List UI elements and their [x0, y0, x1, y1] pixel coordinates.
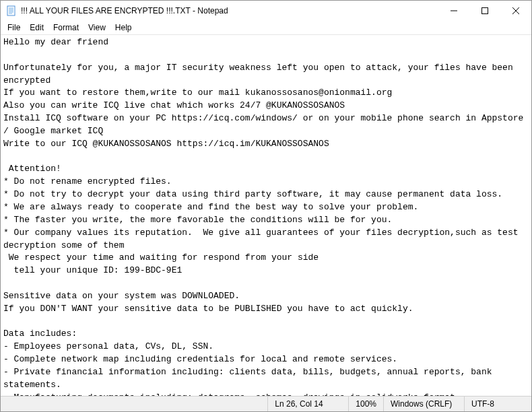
menu-format[interactable]: Format: [48, 22, 84, 34]
menu-help[interactable]: Help: [110, 22, 137, 34]
svg-rect-7: [482, 8, 488, 14]
status-caret-position: Ln 26, Col 14: [267, 397, 348, 411]
menu-edit[interactable]: Edit: [25, 22, 48, 34]
status-zoom: 100%: [348, 397, 383, 411]
menu-view[interactable]: View: [84, 22, 110, 34]
maximize-button[interactable]: [469, 1, 500, 21]
status-line-ending: Windows (CRLF): [383, 397, 464, 411]
minimize-button[interactable]: [438, 1, 469, 21]
statusbar: Ln 26, Col 14 100% Windows (CRLF) UTF-8: [1, 396, 531, 411]
window-controls: [438, 1, 531, 21]
window-title: !!! ALL YOUR FILES ARE ENCRYPTED !!!.TXT…: [21, 6, 438, 15]
notepad-icon: [6, 5, 17, 16]
notepad-window: !!! ALL YOUR FILES ARE ENCRYPTED !!!.TXT…: [0, 0, 532, 412]
menubar: File Edit Format View Help: [1, 21, 531, 34]
close-button[interactable]: [500, 1, 531, 21]
close-icon: [512, 7, 519, 14]
maximize-icon: [481, 7, 488, 14]
menu-file[interactable]: File: [3, 22, 25, 34]
minimize-icon: [451, 7, 457, 14]
status-encoding: UTF-8: [464, 397, 531, 411]
editor-area: [1, 34, 531, 396]
text-editor[interactable]: [1, 35, 531, 396]
titlebar[interactable]: !!! ALL YOUR FILES ARE ENCRYPTED !!!.TXT…: [1, 1, 531, 21]
